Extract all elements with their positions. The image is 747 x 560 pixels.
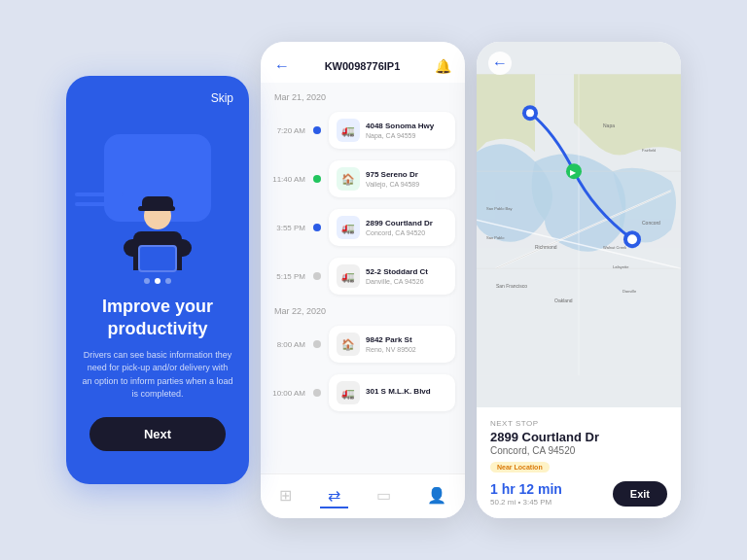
nav-box-icon[interactable]: ▭	[369, 484, 399, 508]
route-header: ← KW0098776IP1 🔔	[261, 42, 465, 83]
exit-button[interactable]: Exit	[613, 481, 667, 507]
stop-card-text: 2899 Courtland Dr Concord, CA 94520	[366, 219, 447, 236]
next-stop-city: Concord, CA 94520	[490, 445, 667, 456]
next-stop-label: Next stop	[490, 419, 667, 428]
next-stop-panel: Next stop 2899 Courtland Dr Concord, CA …	[477, 407, 681, 518]
stop-card-text: 301 S M.L.K. Blvd	[366, 387, 447, 398]
stop-item[interactable]: 8:00 AM 🏠 9842 Park St Reno, NV 89502	[261, 320, 465, 368]
stop-icon: 🚛	[337, 264, 360, 288]
svg-text:San Francisco: San Francisco	[496, 283, 527, 289]
timeline-dot	[313, 340, 321, 348]
near-location-badge: Near Location	[490, 462, 550, 472]
svg-text:Danville: Danville	[622, 289, 637, 294]
svg-text:Fairfield: Fairfield	[642, 148, 656, 153]
timeline-dot	[313, 175, 321, 183]
pagination-dots	[144, 278, 171, 284]
stop-card-text: 52-2 Stoddard Ct Danville, CA 94526	[366, 267, 447, 285]
date-label-2: Mar 22, 2020	[261, 300, 465, 320]
bottom-nav: ⊞ ⇄ ▭ 👤	[261, 473, 465, 518]
stop-card-text: 9842 Park St Reno, NV 89502	[366, 335, 447, 353]
illustration	[94, 115, 221, 270]
svg-text:Walnut Creek: Walnut Creek	[603, 245, 626, 250]
stop-item[interactable]: 5:15 PM 🚛 52-2 Stoddard Ct Danville, CA …	[261, 252, 465, 300]
stop-address: 52-2 Stoddard Ct	[366, 267, 447, 277]
stop-time: 8:00 AM	[270, 340, 305, 349]
stop-item[interactable]: 3:55 PM 🚛 2899 Courtland Dr Concord, CA …	[261, 203, 465, 252]
stop-card[interactable]: 🚛 2899 Courtland Dr Concord, CA 94520	[329, 209, 455, 246]
svg-text:Richmond: Richmond	[535, 244, 557, 250]
onboarding-description: Drivers can see basic information they n…	[82, 349, 233, 402]
stop-card[interactable]: 🏠 975 Sereno Dr Vallejo, CA 94589	[329, 160, 455, 197]
stop-address: 975 Sereno Dr	[366, 170, 447, 180]
stop-item[interactable]: 11:40 AM 🏠 975 Sereno Dr Vallejo, CA 945…	[261, 155, 465, 203]
svg-text:▶: ▶	[570, 168, 577, 177]
svg-text:Lafayette: Lafayette	[613, 264, 629, 269]
eta-row: 1 hr 12 min 50.2 mi • 3:45 PM Exit	[490, 481, 667, 507]
svg-text:Oakland: Oakland	[554, 298, 573, 303]
stop-city: Napa, CA 94559	[366, 132, 447, 139]
stop-address: 2899 Courtland Dr	[366, 219, 447, 228]
eta-info: 1 hr 12 min 50.2 mi • 3:45 PM	[490, 481, 562, 507]
stop-time: 5:15 PM	[270, 272, 305, 281]
map-area[interactable]: ▶ Napa Fairfield Concord San Francisco O…	[477, 42, 681, 407]
next-button[interactable]: Next	[89, 417, 226, 451]
stop-item[interactable]: 10:00 AM 🚛 301 S M.L.K. Blvd	[261, 368, 465, 417]
back-button[interactable]: ←	[274, 57, 290, 75]
stop-icon: 🏠	[337, 332, 360, 356]
stop-icon: 🚛	[337, 216, 360, 239]
stop-address: 9842 Park St	[366, 335, 447, 345]
svg-text:Napa: Napa	[603, 122, 615, 128]
stop-address: 301 S M.L.K. Blvd	[366, 387, 447, 397]
stop-city: Reno, NV 89502	[366, 346, 447, 353]
dot-3	[165, 278, 171, 284]
stop-card[interactable]: 🚛 4048 Sonoma Hwy Napa, CA 94559	[329, 112, 455, 149]
stop-icon: 🏠	[337, 167, 360, 191]
stop-city: Vallejo, CA 94589	[366, 181, 447, 188]
eta-time: 1 hr 12 min	[490, 481, 562, 497]
nav-route-icon[interactable]: ⇄	[320, 484, 348, 508]
route-id: KW0098776IP1	[325, 60, 401, 72]
timeline-dot	[313, 126, 321, 134]
stop-card[interactable]: 🏠 9842 Park St Reno, NV 89502	[329, 326, 455, 363]
stop-icon: 🚛	[337, 119, 360, 142]
stop-card-text: 4048 Sonoma Hwy Napa, CA 94559	[366, 122, 447, 139]
skip-button[interactable]: Skip	[211, 91, 233, 105]
stop-address: 4048 Sonoma Hwy	[366, 122, 447, 131]
stop-time: 10:00 AM	[270, 389, 305, 398]
nav-grid-icon[interactable]: ⊞	[271, 484, 300, 508]
next-stop-address: 2899 Courtland Dr	[490, 430, 667, 445]
onboarding-title: Improve your productivity	[82, 296, 233, 341]
route-scroll[interactable]: Mar 21, 2020 7:20 AM 🚛 4048 Sonoma Hwy N…	[261, 83, 465, 473]
stop-city: Danville, CA 94526	[366, 278, 447, 285]
timeline-dot	[313, 224, 321, 231]
svg-point-8	[526, 109, 534, 117]
eta-details: 50.2 mi • 3:45 PM	[490, 498, 562, 507]
svg-point-12	[627, 234, 637, 244]
svg-text:San Pablo: San Pablo	[486, 235, 505, 240]
timeline-dot	[313, 389, 321, 397]
bell-icon[interactable]: 🔔	[435, 58, 451, 74]
onboarding-screen: Skip Improve your productivity Drivers c	[66, 76, 249, 484]
timeline-dot	[313, 272, 321, 280]
dot-1	[144, 278, 150, 284]
svg-text:Concord: Concord	[642, 220, 660, 226]
stop-city: Concord, CA 94520	[366, 229, 447, 236]
date-label-1: Mar 21, 2020	[261, 87, 465, 106]
stop-card-text: 975 Sereno Dr Vallejo, CA 94589	[366, 170, 447, 188]
stop-card[interactable]: 🚛 52-2 Stoddard Ct Danville, CA 94526	[329, 258, 455, 295]
route-list-screen: ← KW0098776IP1 🔔 Mar 21, 2020 7:20 AM 🚛 …	[261, 42, 465, 518]
stop-time: 7:20 AM	[270, 126, 305, 135]
svg-text:San Pablo Bay: San Pablo Bay	[486, 206, 512, 211]
dot-2	[155, 278, 160, 284]
nav-person-icon[interactable]: 👤	[419, 484, 454, 508]
stop-icon: 🚛	[337, 381, 360, 404]
map-back-button[interactable]: ←	[488, 52, 512, 75]
stop-card[interactable]: 🚛 301 S M.L.K. Blvd	[329, 374, 455, 411]
stop-time: 11:40 AM	[270, 175, 305, 184]
stop-item[interactable]: 7:20 AM 🚛 4048 Sonoma Hwy Napa, CA 94559	[261, 106, 465, 155]
stop-time: 3:55 PM	[270, 224, 305, 232]
map-screen: ▶ Napa Fairfield Concord San Francisco O…	[477, 42, 681, 518]
